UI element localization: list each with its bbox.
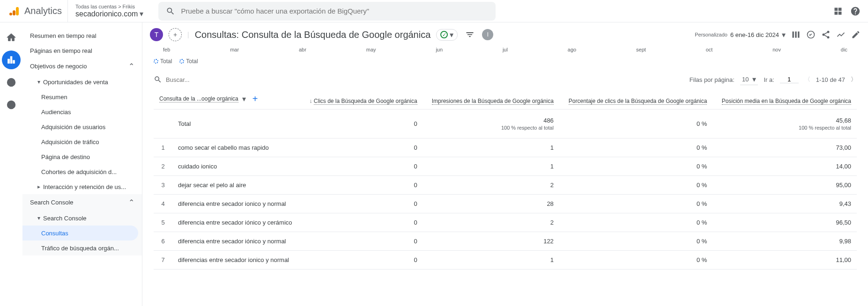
dropdown-icon: ▾ — [140, 9, 143, 18]
legend-item[interactable]: Total — [154, 58, 172, 65]
date-range-picker[interactable]: Personalizado 6 ene-16 dic 2024 ▾ — [695, 30, 786, 39]
sidebar-realtime-pages[interactable]: Páginas en tiempo real — [22, 43, 142, 58]
table-row[interactable]: 4 diferencia entre secador ionico y norm… — [154, 195, 857, 213]
table-row[interactable]: 2 cuidado ionico 0 1 0 % 14,00 — [154, 157, 857, 176]
total-position: 45,68100 % respecto al total — [712, 109, 857, 138]
table-area: Filas por página: 10▾ Ir a: 〈 1-10 de 47… — [142, 70, 868, 306]
svg-rect-4 — [838, 7, 842, 11]
rail-explore[interactable] — [2, 73, 21, 92]
row-clicks: 0 — [301, 213, 423, 232]
help-icon[interactable] — [850, 6, 861, 16]
account-breadcrumb: Todas las cuentas > Frikis — [75, 4, 143, 9]
rows-per-page-select[interactable]: 10▾ — [740, 74, 758, 85]
svg-rect-8 — [10, 57, 12, 64]
legend-item[interactable]: Total — [179, 58, 198, 65]
row-clicks: 0 — [301, 232, 423, 251]
search-input[interactable] — [181, 7, 488, 15]
svg-rect-5 — [835, 11, 838, 15]
action-icons — [791, 30, 861, 39]
row-position: 96,50 — [712, 213, 857, 232]
date-range-value: 6 ene-16 dic 2024 — [730, 31, 779, 38]
prev-page-button[interactable]: 〈 — [804, 75, 810, 84]
sidebar-item-audiencias[interactable]: Audiencias — [22, 104, 142, 119]
user-avatar[interactable]: I — [482, 29, 493, 40]
table-controls: Filas por página: 10▾ Ir a: 〈 1-10 de 47… — [154, 70, 857, 89]
table-row[interactable]: 7 diferencias entre secador ionico y nor… — [154, 251, 857, 270]
sidebar-search-console[interactable]: ▾Search Console — [22, 211, 142, 226]
tab-indicator[interactable]: T — [150, 28, 163, 41]
row-index: 3 — [154, 176, 172, 195]
sidebar-item-adq-usuarios[interactable]: Adquisición de usuarios — [22, 119, 142, 134]
sidebar-item-cohortes[interactable]: Cohortes de adquisición d... — [22, 164, 142, 179]
row-position: 9,43 — [712, 195, 857, 213]
month-label: dic — [841, 47, 847, 52]
legend-marker-icon — [179, 59, 184, 64]
row-query: diferencia entre secador iónico y cerámi… — [172, 213, 301, 232]
share-icon[interactable] — [821, 30, 831, 39]
dimension-header[interactable]: Consulta de la ...oogle orgánica ▾ + — [154, 89, 301, 109]
row-index: 5 — [154, 213, 172, 232]
chevron-down-icon: ▾ — [37, 215, 40, 221]
rail-home[interactable] — [2, 28, 21, 47]
dropdown-icon: ▾ — [782, 30, 786, 39]
sidebar-item-adq-trafico[interactable]: Adquisición de tráfico — [22, 134, 142, 149]
account-picker[interactable]: Todas las cuentas > Frikis secadorionico… — [67, 0, 151, 22]
col-ctr[interactable]: Porcentaje de clics de la Búsqueda de Go… — [559, 89, 712, 109]
insights-icon[interactable] — [806, 30, 816, 39]
edit-icon[interactable] — [851, 30, 861, 39]
table-row[interactable]: 3 dejar secar el pelo al aire 0 2 0 % 95… — [154, 176, 857, 195]
apps-icon[interactable] — [833, 7, 843, 16]
sort-arrow-icon: ↓ — [309, 98, 312, 104]
svg-rect-14 — [795, 31, 796, 37]
row-ctr: 0 % — [559, 232, 712, 251]
chevron-right-icon: ▸ — [37, 183, 40, 190]
sidebar-sales-opportunities[interactable]: ▾Oportunidades de venta — [22, 74, 142, 89]
sidebar-realtime-summary[interactable]: Resumen en tiempo real — [22, 28, 142, 43]
col-clicks[interactable]: ↓ Clics de la Búsqueda de Google orgánic… — [301, 89, 423, 109]
sidebar-label: Search Console — [30, 199, 74, 206]
check-icon: ✓ — [440, 31, 448, 38]
sidebar-label: Objetivos de negocio — [30, 63, 87, 70]
table-row[interactable]: 6 diferencia entre secador iónico y norm… — [154, 232, 857, 251]
dropdown-icon: ▾ — [242, 95, 246, 103]
add-dimension-button[interactable]: + — [250, 94, 261, 104]
table-search[interactable] — [154, 75, 684, 84]
sidebar-item-trafico-organico[interactable]: Tráfico de búsqueda orgán... — [22, 240, 142, 255]
col-impressions[interactable]: Impresiones de la Búsqueda de Google org… — [423, 89, 559, 109]
table-row[interactable]: 5 diferencia entre secador iónico y cerá… — [154, 213, 857, 232]
data-table: Consulta de la ...oogle orgánica ▾ + ↓ C… — [154, 89, 857, 270]
table-row[interactable]: 1 como secar el cabello mas rapido 0 1 0… — [154, 138, 857, 157]
month-label: sept — [636, 47, 646, 52]
table-search-input[interactable] — [166, 76, 245, 83]
row-clicks: 0 — [301, 157, 423, 176]
filter-icon[interactable] — [463, 28, 476, 41]
goto-input[interactable] — [780, 76, 799, 83]
rail-reports[interactable] — [2, 51, 21, 69]
row-impressions: 1 — [423, 251, 559, 270]
col-label: Impresiones de la Búsqueda de Google org… — [432, 98, 554, 105]
content-area: T + | Consultas: Consulta de la Búsqueda… — [142, 22, 868, 306]
sidebar-interaccion[interactable]: ▸Interacción y retención de us... — [22, 179, 142, 194]
compare-icon[interactable] — [791, 30, 801, 39]
add-tab-button[interactable]: + — [169, 28, 182, 41]
sidebar-item-consultas[interactable]: Consultas — [22, 226, 138, 240]
row-index: 2 — [154, 157, 172, 176]
rail-advertising[interactable] — [2, 95, 21, 114]
month-label: abr — [299, 47, 306, 52]
dropdown-icon: ▾ — [752, 75, 756, 84]
sidebar-item-pagina-destino[interactable]: Página de destino — [22, 149, 142, 164]
sidebar-item-resumen[interactable]: Resumen — [22, 89, 142, 104]
row-impressions: 1 — [423, 157, 559, 176]
row-query: diferencia entre secador iónico y normal — [172, 232, 301, 251]
chevron-up-icon: ⌃ — [128, 198, 134, 207]
trend-icon[interactable] — [836, 30, 846, 39]
sidebar-search-console-group[interactable]: Search Console ⌃ — [22, 194, 142, 211]
col-position[interactable]: Posición media en la Búsqueda de Google … — [712, 89, 857, 109]
sidebar-business-objectives[interactable]: Objetivos de negocio ⌃ — [22, 58, 142, 74]
row-ctr: 0 % — [559, 195, 712, 213]
next-page-button[interactable]: 〉 — [851, 75, 857, 84]
row-clicks: 0 — [301, 176, 423, 195]
status-pill[interactable]: ✓ ▾ — [436, 29, 458, 41]
search-bar[interactable] — [158, 2, 496, 21]
analytics-logo[interactable]: Analytics — [4, 6, 67, 17]
